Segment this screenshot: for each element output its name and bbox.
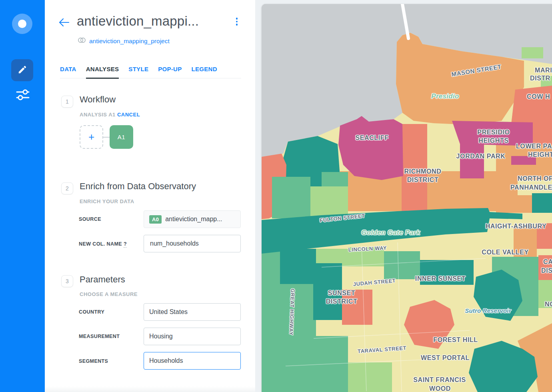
analysis-node-a1[interactable]: A1 xyxy=(110,125,133,149)
map-label: NO xyxy=(545,301,552,308)
layer-title: antieviction_mappi... xyxy=(77,14,199,29)
node-connector xyxy=(103,137,110,138)
map-label: NORTH OF xyxy=(518,175,552,182)
cancel-link[interactable]: CANCEL xyxy=(117,112,140,118)
map-label: MASON STREET xyxy=(451,63,502,78)
map-label: SEACLIFF xyxy=(355,134,388,142)
map-label: Golden Gate Park xyxy=(361,229,420,237)
map-label: HEIGHTS xyxy=(478,137,508,144)
segments-select[interactable]: Households xyxy=(144,352,241,370)
back-button[interactable] xyxy=(58,18,70,28)
map-label: DISTR xyxy=(530,75,550,82)
map-label: PRESIDIO xyxy=(477,129,510,136)
measurement-select[interactable]: Housing xyxy=(144,328,241,345)
map-label: WEST PORTAL xyxy=(421,354,470,362)
map-label: FULTON STREET xyxy=(319,213,365,224)
map-label: JUDAH STREET xyxy=(353,278,396,287)
measurement-value: Housing xyxy=(149,333,173,340)
measurement-label: MEASUREMENT xyxy=(79,334,120,339)
map-label: FOREST HILL xyxy=(433,336,478,344)
source-node-badge: A0 xyxy=(149,215,162,224)
country-select[interactable]: United States xyxy=(144,303,241,321)
tab-style[interactable]: STYLE xyxy=(128,66,148,78)
dataset-link[interactable]: antieviction_mapping_project xyxy=(89,38,170,45)
add-analysis-node[interactable]: + xyxy=(80,125,103,149)
source-select[interactable]: A0 antieviction_mapp... xyxy=(144,210,241,228)
pencil-icon xyxy=(17,64,28,76)
enrich-subtitle: ENRICH YOUR DATA xyxy=(80,198,134,204)
map-label: JORDAN PARK xyxy=(456,153,506,160)
step-2-badge: 2 xyxy=(61,182,73,194)
avatar-dot-icon xyxy=(18,20,26,28)
map-label: COLE VALLEY xyxy=(482,249,528,256)
settings-button[interactable] xyxy=(14,87,32,104)
map-viewport[interactable]: MASON STREETPresidioMARIDISTRCOW HSEACLI… xyxy=(262,4,552,392)
dataset-icon xyxy=(78,37,86,45)
tab-analyses[interactable]: ANALYSES xyxy=(86,66,119,79)
map-label: PANHANDLE xyxy=(510,184,552,191)
map-label: Sutro Reservoir xyxy=(465,307,511,314)
map-label: SAINT FRANCIS xyxy=(413,376,466,384)
enrich-title: Enrich from Data Observatory xyxy=(80,181,196,192)
map-label: MARI xyxy=(535,67,552,74)
step-1-badge: 1 xyxy=(61,96,73,108)
layer-panel: antieviction_mappi... antieviction_mappi… xyxy=(45,0,255,392)
step-3-badge: 3 xyxy=(61,275,73,287)
tab-data[interactable]: DATA xyxy=(60,66,76,78)
segments-label: SEGMENTS xyxy=(79,358,108,364)
map-label: DISTRICT xyxy=(407,176,439,184)
edit-mode-button[interactable] xyxy=(11,59,33,81)
help-icon[interactable]: ? xyxy=(124,241,127,248)
map-label: HAIGHT-ASHBURY xyxy=(486,223,547,230)
country-label: COUNTRY xyxy=(79,309,104,315)
map-label: INNER SUNSET xyxy=(415,275,466,282)
map-label: SUNSET xyxy=(328,290,356,297)
map-label: LOWER PA xyxy=(516,143,552,150)
map-label: DIS xyxy=(541,267,552,274)
map-label: HEIGHT xyxy=(528,151,552,158)
tool-rail xyxy=(0,0,45,392)
analysis-label: ANALYSIS A1 xyxy=(80,112,116,118)
map-labels: MASON STREETPresidioMARIDISTRCOW HSEACLI… xyxy=(262,4,552,392)
map-label: CA xyxy=(543,258,552,266)
workflow-title: Workflow xyxy=(80,94,116,105)
segments-value: Households xyxy=(149,357,183,364)
map-label: COW H xyxy=(527,93,550,100)
tab-legend[interactable]: LEGEND xyxy=(192,66,217,78)
map-label: DISTRICT xyxy=(326,298,358,305)
parameters-subtitle: CHOOSE A MEASURE xyxy=(80,291,138,297)
map-label: WOOD xyxy=(429,385,451,392)
country-value: United States xyxy=(149,308,188,316)
back-arrow-icon xyxy=(58,22,70,28)
map-label: RICHMOND xyxy=(404,168,442,175)
map-label: GREAT HIGHWAY xyxy=(288,288,296,335)
avatar[interactable] xyxy=(12,14,32,34)
tab-popup[interactable]: POP-UP xyxy=(158,66,182,78)
source-value: antieviction_mapp... xyxy=(165,216,222,223)
panel-tabs: DATA ANALYSES STYLE POP-UP LEGEND xyxy=(60,66,241,78)
newcol-input[interactable] xyxy=(149,240,235,248)
sliders-icon xyxy=(15,88,31,104)
layer-options-menu[interactable] xyxy=(234,18,240,28)
newcol-field[interactable] xyxy=(144,235,241,252)
source-label: SOURCE xyxy=(79,216,101,222)
dataset-row: antieviction_mapping_project xyxy=(78,37,170,45)
panel-scroll-fade xyxy=(45,386,255,392)
map-label: Presidio xyxy=(431,92,459,100)
newcol-label: NEW COL. NAME? xyxy=(79,241,127,247)
workflow-status: ANALYSIS A1 CANCEL xyxy=(80,112,140,118)
map-label: TARAVAL STREET xyxy=(357,345,406,354)
map-label: LINCOLN WAY xyxy=(348,245,387,253)
parameters-title: Parameters xyxy=(80,274,125,285)
